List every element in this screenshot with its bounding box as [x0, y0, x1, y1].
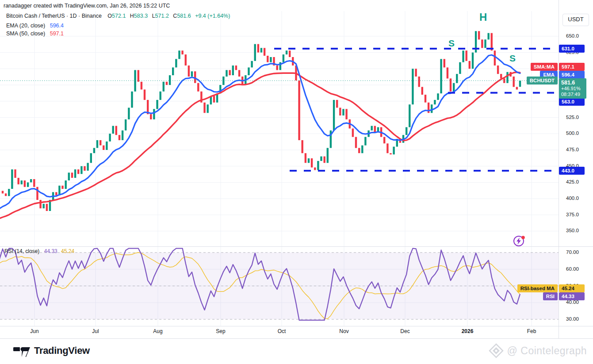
cointelegraph-watermark-text: @ Cointelegraph: [507, 345, 587, 357]
time-tick: Sep: [216, 328, 225, 334]
rsi-ma-axis-value-chip: 45.24: [559, 284, 585, 292]
rsi-axis-name-chip: RSI: [543, 292, 558, 300]
price-tick: 350.0: [566, 228, 579, 233]
rsi-tick: 70.00: [566, 249, 579, 255]
time-tick: Jun: [30, 328, 38, 334]
level-axis-chip: 443.0: [559, 167, 585, 175]
time-tick: Feb: [527, 328, 536, 334]
last-price-axis-chip: 581.6 +46.91% 08:37:49: [559, 78, 586, 99]
last-price-percent: +46.91%: [561, 86, 584, 92]
price-tick: 475.0: [566, 147, 579, 152]
price-tick: 525.0: [566, 115, 579, 120]
head-annotation: H: [479, 11, 487, 23]
cointelegraph-diamond-icon: [489, 343, 504, 358]
time-tick: Jul: [92, 328, 99, 334]
level-axis-chip: 563.0: [559, 98, 585, 106]
time-tick: Oct: [278, 328, 286, 334]
level-axis-chip: 631.0: [559, 45, 585, 53]
left-shoulder-annotation: S: [448, 38, 455, 49]
tradingview-logo[interactable]: TradingView: [13, 344, 90, 357]
time-axis-divider: [0, 326, 593, 326]
rsi-tick: 30.00: [566, 316, 579, 322]
chart-canvas[interactable]: M20.3 423.6V447.7M27.4 358.0V431.5M48.8 …: [0, 0, 593, 364]
cointelegraph-watermark: @ Cointelegraph: [489, 343, 587, 358]
rsi-ma-axis-name-chip: RSI-based MA: [517, 284, 558, 292]
rsi-tick: 60.00: [566, 266, 579, 272]
symbol-axis-name-chip: BCHUSDT: [527, 77, 558, 84]
tradingview-logo-icon: [13, 344, 30, 357]
price-tick: 400.0: [566, 195, 579, 201]
price-tick: 650.0: [566, 33, 579, 38]
time-tick: 2026: [462, 328, 474, 334]
last-price-countdown: 08:37:49: [561, 92, 584, 97]
time-tick: Dec: [400, 328, 409, 334]
footer-bar: TradingView @ Cointelegraph: [0, 339, 593, 364]
tradingview-chart: M20.3 423.6V447.7M27.4 358.0V431.5M48.8 …: [0, 0, 593, 364]
price-tick: 375.0: [566, 212, 579, 217]
ema-axis-value-chip: 596.4: [559, 71, 585, 79]
last-price-value: 581.6: [561, 80, 584, 86]
sma-axis-name-chip: SMA:MA: [531, 63, 558, 71]
pane-divider[interactable]: [0, 246, 593, 247]
time-tick: Aug: [153, 328, 162, 334]
price-tick: 425.0: [566, 179, 579, 184]
tradingview-logo-text: TradingView: [34, 345, 90, 356]
time-tick: Nov: [339, 328, 348, 334]
flash-boost-icon[interactable]: [512, 234, 526, 248]
rsi-axis-value-chip: 44.33: [559, 292, 585, 300]
right-shoulder-annotation: S: [509, 53, 516, 64]
currency-toggle-button[interactable]: USDT: [562, 14, 589, 26]
sma-axis-value-chip: 597.1: [559, 63, 585, 71]
price-tick: 500.0: [566, 130, 579, 136]
